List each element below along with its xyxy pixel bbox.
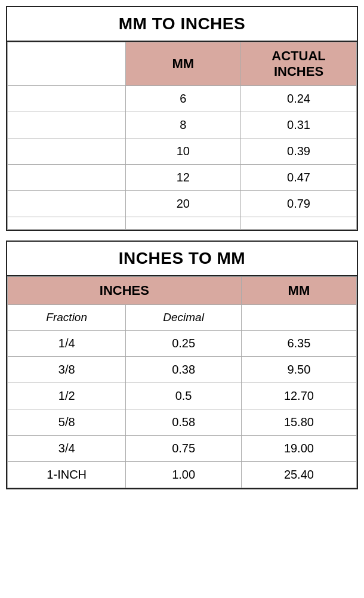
mm-converted-value: 15.80 (241, 409, 356, 436)
decimal-value: 0.5 (126, 383, 241, 409)
decimal-value: 0.58 (126, 409, 241, 436)
mm-value: 12 (125, 165, 240, 191)
inches-table-header-row: INCHES MM (8, 277, 357, 305)
mm-converted-value: 12.70 (241, 383, 356, 409)
spacer-row (8, 217, 357, 230)
mm-row-empty (8, 138, 126, 165)
inches-value: 0.79 (241, 191, 357, 217)
decimal-value: 0.38 (126, 357, 241, 383)
fraction-value: 3/8 (8, 357, 126, 383)
table-row: 1-INCH1.0025.40 (8, 462, 357, 488)
inches-to-mm-section: INCHES TO MM INCHES MM Fraction Decimal … (6, 241, 358, 489)
mm-to-inches-section: MM TO INCHES MM ACTUAL INCHES 60.2480.31… (6, 6, 358, 231)
fraction-value: 1-INCH (8, 462, 126, 488)
inches-value: 0.47 (241, 165, 357, 191)
table-row: 100.39 (8, 138, 357, 165)
inches-to-mm-table: INCHES MM Fraction Decimal 1/40.256.353/… (7, 276, 357, 488)
decimal-value: 0.75 (126, 436, 241, 462)
table-row: 1/40.256.35 (8, 331, 357, 357)
fraction-value: 3/4 (8, 436, 126, 462)
mm-row-empty (8, 191, 126, 217)
mm-converted-value: 25.40 (241, 462, 356, 488)
table-row: 5/80.5815.80 (8, 409, 357, 436)
mm-value: 20 (125, 191, 240, 217)
mm-converted-value: 6.35 (241, 331, 356, 357)
inches-col-header: ACTUAL INCHES (241, 42, 357, 86)
table-row: 3/80.389.50 (8, 357, 357, 383)
table-row: 3/40.7519.00 (8, 436, 357, 462)
table-row: 80.31 (8, 112, 357, 138)
table-row: 200.79 (8, 191, 357, 217)
fraction-value: 1/2 (8, 383, 126, 409)
inches-value: 0.31 (241, 112, 357, 138)
fraction-sub-header: Fraction (8, 305, 126, 331)
conversion-tables: MM TO INCHES MM ACTUAL INCHES 60.2480.31… (6, 6, 358, 489)
spacer-cell (125, 217, 240, 230)
inches-col-group-header: INCHES (8, 277, 242, 305)
inches-to-mm-title: INCHES TO MM (7, 242, 357, 276)
decimal-value: 1.00 (126, 462, 241, 488)
mm-sub-header-empty (241, 305, 356, 331)
mm-table-empty-header (8, 42, 126, 86)
mm-value: 8 (125, 112, 240, 138)
inches-value: 0.24 (241, 86, 357, 112)
spacer-cell (241, 217, 357, 230)
table-row: 120.47 (8, 165, 357, 191)
mm-value: 6 (125, 86, 240, 112)
table-row: 60.24 (8, 86, 357, 112)
inches-table-sub-header-row: Fraction Decimal (8, 305, 357, 331)
mm-to-inches-table: MM ACTUAL INCHES 60.2480.31100.39120.472… (7, 42, 357, 230)
mm-col-group-header: MM (241, 277, 356, 305)
decimal-value: 0.25 (126, 331, 241, 357)
mm-row-empty (8, 86, 126, 112)
mm-to-inches-title: MM TO INCHES (7, 7, 357, 42)
inches-value: 0.39 (241, 138, 357, 165)
mm-row-empty (8, 165, 126, 191)
mm-converted-value: 9.50 (241, 357, 356, 383)
fraction-value: 5/8 (8, 409, 126, 436)
mm-converted-value: 19.00 (241, 436, 356, 462)
mm-col-header: MM (125, 42, 240, 86)
decimal-sub-header: Decimal (126, 305, 241, 331)
fraction-value: 1/4 (8, 331, 126, 357)
spacer-cell (8, 217, 126, 230)
mm-row-empty (8, 112, 126, 138)
mm-value: 10 (125, 138, 240, 165)
table-row: 1/20.512.70 (8, 383, 357, 409)
mm-table-header-row: MM ACTUAL INCHES (8, 42, 357, 86)
